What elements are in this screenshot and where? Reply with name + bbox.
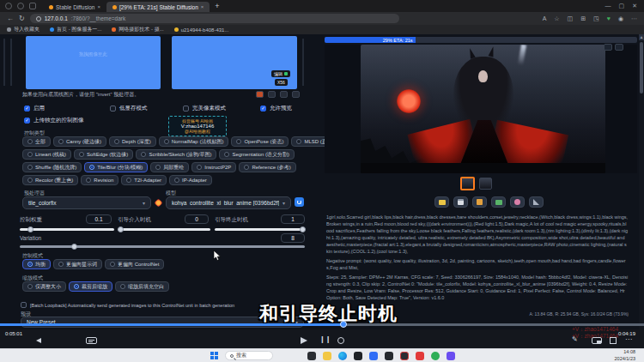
control-type-chip[interactable]: Shuffle (随机洗牌)	[22, 162, 82, 172]
control-type-chip[interactable]: 全部	[22, 136, 51, 147]
new-tab-button[interactable]: +	[215, 2, 219, 10]
control-type-chip[interactable]: Reference (参考)	[239, 162, 295, 172]
scrollbar[interactable]: ▲	[639, 34, 644, 347]
send-to-inpaint-button[interactable]	[510, 196, 525, 208]
control-mode-chip[interactable]: 更偏向 ControlNet	[105, 259, 164, 269]
allow-preview-checkbox[interactable]: ✓ 允许预览	[260, 105, 292, 112]
tab-close-icon[interactable]: ×	[201, 4, 204, 9]
slider-thumb[interactable]	[300, 226, 306, 232]
bookmark-import[interactable]: 导入收藏夹	[7, 26, 39, 33]
variation-slider[interactable]	[20, 245, 305, 248]
control-type-chip[interactable]: Depth (深度)	[109, 136, 156, 147]
mute-bell-icon[interactable]	[337, 337, 344, 344]
control-type-chip[interactable]: IP-Adapter	[169, 175, 212, 185]
zoom-out-button[interactable]	[615, 44, 623, 51]
video-progress-thumb[interactable]	[340, 321, 347, 328]
browser-essentials-icon[interactable]: ♥	[607, 15, 611, 22]
weight-slider[interactable]	[20, 228, 114, 231]
workspace-icon[interactable]	[17, 3, 24, 9]
gallery-thumbnail[interactable]	[479, 178, 492, 190]
variation-input[interactable]: 8	[281, 233, 305, 243]
guidance-end-input[interactable]: 1	[281, 214, 305, 224]
edit-badge[interactable]: 编辑	[271, 70, 290, 77]
extensions-icon[interactable]: ◳	[593, 15, 599, 22]
control-mode-chip-selected[interactable]: 均衡	[22, 259, 51, 269]
split-screen-icon[interactable]: ◫	[568, 15, 574, 22]
settings-menu-icon[interactable]: ⋯	[631, 15, 637, 22]
taskbar-app-blue[interactable]	[369, 352, 378, 360]
scrollbar-thumb[interactable]	[640, 42, 643, 94]
control-type-chip[interactable]: 局部重绘	[150, 162, 189, 172]
taskbar-app-green[interactable]	[431, 352, 440, 360]
slider-thumb[interactable]	[71, 244, 77, 250]
send-to-extras-button[interactable]	[529, 196, 544, 208]
save-image-button[interactable]	[453, 196, 468, 208]
tab-close-icon[interactable]: ×	[97, 4, 100, 9]
taskbar-app-explorer[interactable]	[307, 352, 316, 360]
scroll-up-arrow[interactable]: ▲	[639, 34, 644, 40]
collections-icon[interactable]: ⊞	[580, 15, 586, 22]
edit-note-icon[interactable]: ✎	[572, 335, 578, 343]
taskbar-app-edge[interactable]	[338, 352, 347, 360]
open-folder-button[interactable]	[434, 196, 449, 208]
site-info-icon[interactable]	[36, 16, 41, 21]
resize-mode-chip[interactable]: 仅调整大小	[22, 281, 66, 292]
refresh-icon[interactable]: ↻	[19, 15, 25, 22]
enable-checkbox[interactable]: ✓ 启用	[24, 105, 45, 112]
guidance-start-slider[interactable]	[118, 228, 210, 231]
slider-thumb[interactable]	[27, 226, 33, 232]
taskbar-app-wps[interactable]	[416, 352, 424, 360]
independent-control-checkbox[interactable]: ✓ 上传独立的控制图像	[24, 117, 84, 124]
start-button[interactable]	[210, 352, 218, 359]
taskbar-app-sphere[interactable]	[400, 352, 409, 360]
control-type-chip[interactable]: SoftEdge (软边缘)	[74, 149, 133, 160]
maximize-button[interactable]: ▢	[619, 3, 625, 9]
taskbar-app-dark2[interactable]	[385, 352, 393, 360]
control-type-chip[interactable]: Recolor (重上色)	[22, 175, 78, 185]
taskbar-search[interactable]: 搜索	[225, 351, 273, 360]
url-bar[interactable]: 127.0.0.1 :7860/?__theme=dark	[30, 14, 399, 23]
send-to-img2img-button[interactable]	[491, 196, 506, 208]
save-zip-button[interactable]	[472, 196, 487, 208]
taskbar-app-folder[interactable]	[323, 352, 331, 360]
bookmark-item[interactable]: u214944-b408-431...	[174, 27, 229, 33]
control-type-chip-selected[interactable]: Tile/Blur (分块/模糊)	[84, 162, 148, 172]
generated-image[interactable]	[361, 45, 605, 173]
guidance-end-slider[interactable]	[215, 228, 305, 231]
run-preprocessor-icon[interactable]	[155, 199, 163, 208]
control-type-chip[interactable]: Scribble/Sketch (涂鸦/草图)	[136, 149, 216, 160]
tab-search-icon[interactable]	[29, 3, 36, 9]
zoom-in-button[interactable]	[604, 44, 612, 51]
read-aloud-icon[interactable]: A	[543, 15, 547, 22]
batch-loopback-checkbox[interactable]: [Batch Loopback] Automatically send gene…	[21, 302, 234, 308]
mini-window-icon[interactable]	[592, 337, 602, 344]
slider-thumb[interactable]	[118, 226, 124, 232]
expand-icon[interactable]	[292, 91, 300, 98]
control-mode-chip[interactable]: 更偏向提示词	[53, 259, 102, 269]
control-type-chip[interactable]: OpenPose (姿态)	[231, 136, 289, 147]
control-type-chip[interactable]: NormalMap (法线贴图)	[159, 136, 229, 147]
webcam-icon[interactable]	[268, 91, 276, 98]
controlnet-image-canvas[interactable]: 拖拽图像至此	[26, 36, 161, 89]
bookmark-item[interactable]: 首页 - 图像服务一...	[50, 26, 101, 33]
taskbar-clock[interactable]: 14:08 2024/1/23	[615, 349, 635, 361]
resize-mode-chip-selected[interactable]: 裁剪后缩放	[69, 281, 112, 292]
close-button[interactable]: ✕	[632, 3, 637, 9]
danmaku-icon[interactable]	[86, 337, 97, 344]
control-type-chip[interactable]: Segmentation (语义分割)	[219, 149, 295, 160]
control-type-chip[interactable]: Revision	[81, 175, 118, 185]
pixel-perfect-checkbox[interactable]: 完美像素模式	[183, 105, 226, 112]
guidance-start-input[interactable]: 0	[185, 214, 209, 224]
taskbar-app-premiere[interactable]	[447, 352, 455, 360]
more-options-icon[interactable]: ⋯	[625, 335, 632, 343]
favorite-star-icon[interactable]: ☆	[554, 15, 559, 22]
weight-input[interactable]: 0.1	[86, 214, 112, 224]
refresh-models-icon[interactable]	[295, 197, 304, 207]
pause-icon[interactable]: ❙❙	[319, 335, 331, 343]
volume-icon[interactable]	[36, 338, 41, 343]
lowvram-checkbox[interactable]: 低显存模式	[110, 105, 148, 112]
preprocessor-dropdown[interactable]: tile_colorfix ▾	[22, 196, 151, 209]
gallery-thumbnail-selected[interactable]	[460, 177, 475, 190]
profile-avatar-icon[interactable]: ◉	[618, 15, 623, 22]
tab-stable-diffusion-active[interactable]: [29% ETA: 21s] Stable Diffusion ×	[106, 2, 210, 12]
